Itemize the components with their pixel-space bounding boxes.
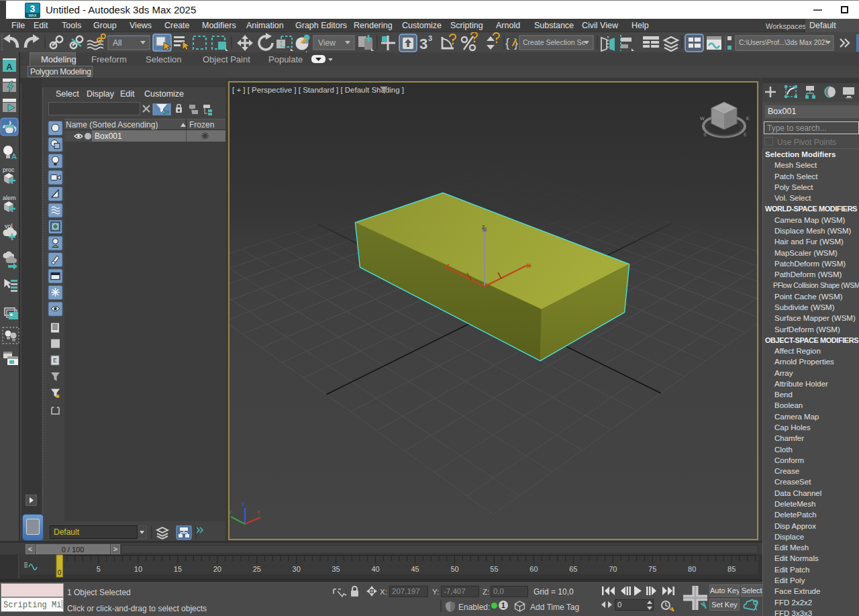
svg-text:60: 60 <box>529 565 538 573</box>
svg-text:40: 40 <box>371 565 379 573</box>
svg-text:80: 80 <box>688 565 696 573</box>
svg-text:45: 45 <box>411 565 419 573</box>
svg-text:E: E <box>53 357 57 364</box>
svg-text:S: S <box>703 132 707 137</box>
svg-text:C:\Users\Prof...\3ds Max 202!: C:\Users\Prof...\3ds Max 202! <box>739 39 827 46</box>
svg-text:30: 30 <box>293 565 301 573</box>
svg-text:3: 3 <box>428 34 432 42</box>
svg-text:3: 3 <box>419 36 427 52</box>
svg-text:View: View <box>318 38 336 48</box>
svg-text:65: 65 <box>569 565 577 573</box>
svg-text:70: 70 <box>609 565 617 573</box>
svg-text:W: W <box>700 116 705 121</box>
svg-text:proc: proc <box>3 166 15 173</box>
svg-text:75: 75 <box>648 565 656 573</box>
svg-text:A: A <box>11 152 17 160</box>
svg-text:A: A <box>6 62 13 72</box>
svg-text:FRO: FRO <box>714 119 723 123</box>
svg-text:x: x <box>257 509 260 515</box>
svg-text:0: 0 <box>58 569 62 576</box>
svg-text:20: 20 <box>213 565 221 573</box>
svg-text:35: 35 <box>332 565 340 573</box>
svg-text:[ + ] [ Perspective ] [ Standa: [ + ] [ Perspective ] [ Standard ] [ Def… <box>232 86 404 94</box>
svg-text:3: 3 <box>30 3 36 14</box>
svg-text:10: 10 <box>134 565 142 573</box>
svg-text:{: { <box>505 36 509 50</box>
svg-text:5: 5 <box>97 565 101 573</box>
svg-text:z: z <box>482 223 485 230</box>
svg-text:RIG: RIG <box>727 119 734 123</box>
svg-text:50: 50 <box>450 565 458 573</box>
svg-text:All: All <box>113 38 121 48</box>
svg-text:55: 55 <box>490 565 498 573</box>
svg-text:E: E <box>746 116 750 121</box>
svg-text:TOP: TOP <box>718 107 727 112</box>
svg-text:z: z <box>242 501 245 507</box>
svg-text:Create Selection Se: Create Selection Se <box>523 38 586 46</box>
svg-text:alem: alem <box>3 195 16 201</box>
svg-text:E: E <box>744 132 747 137</box>
svg-text:15: 15 <box>174 565 182 573</box>
svg-text:25: 25 <box>253 565 261 573</box>
svg-text:85: 85 <box>727 565 736 573</box>
svg-text:MAX: MAX <box>29 13 37 17</box>
